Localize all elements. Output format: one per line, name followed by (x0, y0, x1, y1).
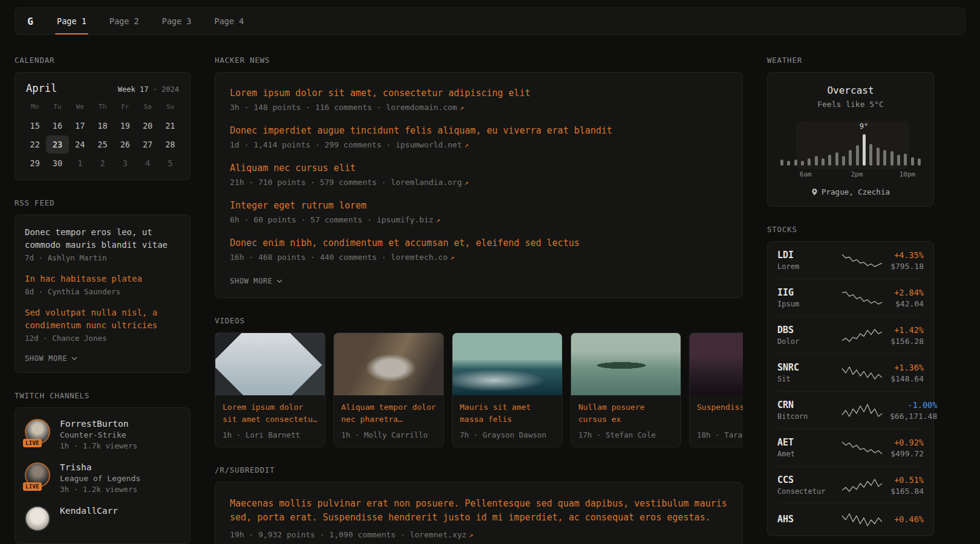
subreddit-post-title[interactable]: Maecenas mollis pulvinar erat non posuer… (230, 497, 728, 525)
video-card[interactable]: Suspendisse diam 18h · Tara (689, 332, 743, 447)
stock-symbol: DBS (777, 325, 834, 335)
rss-section-title: RSS FEED (15, 198, 191, 207)
subreddit-card: Maecenas mollis pulvinar erat non posuer… (215, 482, 743, 544)
twitch-channel[interactable]: KendallCarr (25, 506, 180, 533)
video-card[interactable]: Aliquam tempor dolor nec pharetra… 1h · … (333, 332, 444, 447)
stock-symbol: CRN (777, 400, 834, 410)
weather-bar (849, 150, 852, 166)
tab-page-3[interactable]: Page 3 (151, 8, 203, 34)
hn-show-more-button[interactable]: SHOW MORE (230, 276, 283, 287)
stock-name: Bitcorn (777, 412, 834, 421)
stock-row[interactable]: AHS +0.46% (777, 504, 924, 536)
calendar-header: April Week 17 · 2024 (24, 82, 181, 98)
weather-bar (822, 158, 825, 166)
stock-row[interactable]: AET Amet +0.92% $499.72 (777, 429, 924, 466)
video-thumbnail[interactable] (690, 333, 743, 395)
video-thumbnail[interactable] (334, 333, 443, 395)
weather-card: Overcast Feels like 5°C 9° 6am 2pm 10pm (767, 72, 934, 207)
weather-chart: 9° 6am 2pm 10pm (777, 118, 924, 179)
weather-bar (856, 145, 859, 166)
twitch-channel[interactable]: LIVE Trisha League of Legends 3h · 1.2k … (25, 462, 180, 494)
subreddit-post: Maecenas mollis pulvinar erat non posuer… (230, 497, 728, 539)
video-card[interactable]: Mauris sit amet massa felis 7h · Grayson… (452, 332, 563, 447)
hn-story-title[interactable]: Integer eget rutrum lorem (230, 199, 728, 212)
weather-bar (808, 158, 811, 166)
weather-condition: Overcast (777, 85, 924, 96)
twitch-card: LIVE ForrestBurton Counter-Strike 1h · 1… (15, 407, 191, 544)
video-thumbnail[interactable] (571, 333, 681, 395)
stock-name: Sit (777, 375, 834, 383)
weather-bar (897, 155, 900, 166)
hn-story-title[interactable]: Donec enim nibh, condimentum et accumsan… (230, 237, 728, 250)
weather-bar (863, 134, 866, 166)
weather-bars (780, 123, 921, 166)
rss-item: Donec tempor eros leo, ut commodo mauris… (25, 226, 180, 262)
rss-item-meta: 12d · Chance Jones (25, 334, 180, 343)
hn-story-title[interactable]: Aliquam nec cursus elit (230, 162, 728, 175)
calendar-separator: · (153, 85, 157, 94)
video-title[interactable]: Mauris sit amet massa felis (460, 401, 555, 426)
weather-bar (877, 147, 880, 166)
rss-item-title[interactable]: Sed volutpat nulla nisl, a condimentum n… (25, 306, 180, 332)
stock-row[interactable]: LDI Lorem +4.35% $795.18 (777, 242, 924, 279)
hackernews-card: Lorem ipsum dolor sit amet, consectetur … (215, 72, 743, 298)
video-title[interactable]: Lorem ipsum dolor sit amet consectetu… (223, 401, 318, 426)
stock-sparkline (840, 328, 884, 343)
video-card[interactable]: Nullam posuere cursus ex 17h · Stefan Co… (570, 332, 681, 447)
rss-item-title[interactable]: Donec tempor eros leo, ut commodo mauris… (25, 226, 180, 251)
channel-name[interactable]: ForrestBurton (60, 419, 137, 429)
rss-show-more-button[interactable]: SHOW MORE (25, 353, 77, 364)
video-title[interactable]: Aliquam tempor dolor nec pharetra… (341, 401, 436, 426)
weather-location: Prague, Czechia (777, 187, 924, 196)
stock-row[interactable]: IIG Ipsum +2.84% $42.04 (777, 279, 924, 316)
stock-sparkline (840, 478, 884, 493)
tab-page-4[interactable]: Page 4 (203, 8, 255, 34)
external-link-icon: ↗ (469, 531, 473, 539)
videos-row: Lorem ipsum dolor sit amet consectetu… 1… (215, 332, 743, 447)
avatar (25, 506, 51, 533)
stock-change: +1.36% (890, 363, 924, 372)
weather-time-label: 10pm (900, 170, 916, 178)
stock-row[interactable]: CCS Consectetur +0.51% $165.84 (777, 466, 924, 504)
video-title[interactable]: Suspendisse diam (697, 401, 743, 426)
stock-symbol: AHS (777, 514, 834, 525)
stock-change: +1.42% (890, 325, 924, 335)
calendar-day: 27 (136, 135, 158, 154)
external-link-icon: ↗ (460, 103, 464, 112)
calendar-day: 20 (136, 117, 158, 135)
channel-name[interactable]: Trisha (60, 462, 140, 472)
hn-story-title[interactable]: Donec imperdiet augue tincidunt felis al… (230, 125, 728, 137)
weather-bar (842, 156, 845, 166)
stock-price: $795.18 (890, 262, 924, 271)
channel-name[interactable]: KendallCarr (60, 506, 118, 516)
stock-row[interactable]: DBS Dolor +1.42% $156.28 (777, 316, 924, 354)
stock-sparkline (840, 253, 884, 268)
rss-item: In hac habitasse platea 8d · Cynthia Sau… (25, 273, 180, 296)
weather-bar (904, 154, 907, 166)
video-card[interactable]: Lorem ipsum dolor sit amet consectetu… 1… (215, 332, 325, 447)
show-more-label: SHOW MORE (25, 354, 67, 363)
tab-page-1[interactable]: Page 1 (45, 8, 98, 34)
calendar-day: 24 (69, 135, 91, 154)
twitch-channel[interactable]: LIVE ForrestBurton Counter-Strike 1h · 1… (25, 419, 180, 450)
stock-symbol: SNRC (777, 362, 834, 373)
video-thumbnail[interactable] (215, 333, 325, 395)
stock-price: $66,171.48 (890, 412, 937, 421)
hn-story-title[interactable]: Lorem ipsum dolor sit amet, consectetur … (230, 87, 728, 100)
calendar-month: April (26, 82, 57, 94)
weather-plot: 9° (780, 118, 921, 168)
external-link-icon: ↗ (465, 141, 469, 149)
stock-row[interactable]: CRN Bitcorn -1.00% $66,171.48 (777, 391, 924, 429)
videos-section-title: VIDEOS (215, 316, 743, 325)
app-logo[interactable]: G (15, 8, 45, 34)
stock-row[interactable]: SNRC Sit +1.36% $148.64 (777, 354, 924, 391)
rss-item-title[interactable]: In hac habitasse platea (25, 273, 180, 285)
video-title[interactable]: Nullam posuere cursus ex (578, 401, 673, 426)
tab-page-2[interactable]: Page 2 (98, 8, 151, 34)
video-thumbnail[interactable] (452, 333, 562, 395)
stock-name: Consectetur (777, 487, 834, 496)
calendar-week-label: Week 17 · 2024 (118, 85, 179, 94)
hn-story-meta-text: 16h · 468 points · 440 comments · loremt… (230, 253, 448, 262)
stock-change: +0.46% (890, 514, 924, 524)
channel-game: Counter-Strike (60, 430, 137, 439)
